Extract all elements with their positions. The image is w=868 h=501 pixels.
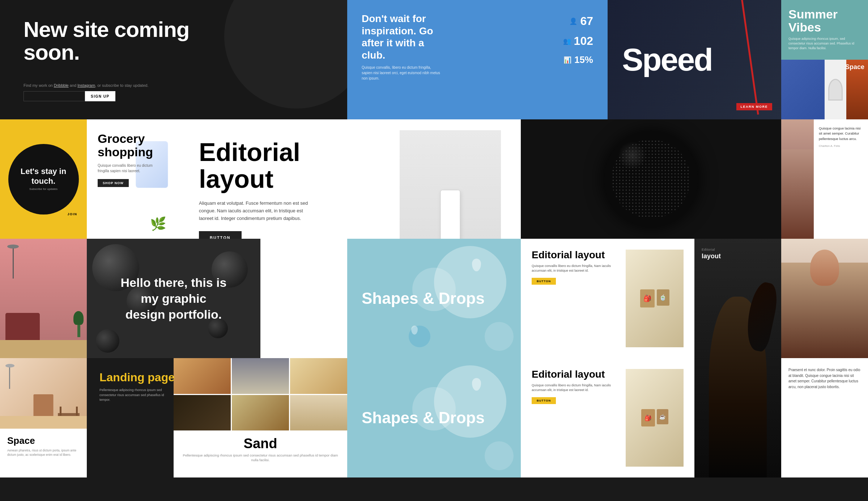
tile-right-panel-r4: Praesent et nunc dolor. Proin sagittis e… [781, 358, 868, 477]
tile-space-bottom-r4: Space Aenean pharetra, risus ut dictum p… [0, 358, 87, 477]
editorial-small-r4-heading: Editorial layout [532, 369, 620, 380]
stay-touch-heading: Let's stay in touch. [16, 167, 72, 186]
tile-editorial-small-r3: Editorial layout Quisque convallis liber… [521, 239, 694, 358]
editorial-small-body: Quisque convallis libero eu dictum fring… [532, 264, 620, 273]
right-panel-body-text: Praesent et nunc dolor. Proin sagittis e… [788, 367, 861, 390]
model-quote-area: Quisque congue lacinia nisi sit amet sem… [814, 119, 868, 239]
learn-more-button[interactable]: LEARN MORE [736, 103, 773, 110]
stay-touch-body: Subscribe for updates [29, 187, 58, 191]
model-card-label: Editorial [702, 248, 774, 251]
shapes-drops-heading: Shapes & Drops [347, 275, 499, 322]
tile-grocery: Grocery shopping Quisque convallis liber… [87, 119, 174, 239]
grocery-heading: Grocery shopping [98, 132, 163, 159]
editorial-small-r4-img: 🎒 ☕ [626, 369, 684, 467]
speed-heading: Speed [622, 41, 712, 78]
editorial-small-button[interactable]: BUTTON [532, 278, 556, 285]
tile-stay-touch: Let's stay in touch. Subscribe for updat… [0, 119, 87, 239]
dont-wait-body: Quisque convallis, libero eu dictum frin… [362, 65, 441, 81]
tile-model-dark: Editorial layout [694, 239, 781, 477]
editorial-body: Aliquam erat volutpat. Fusce fermentum n… [199, 200, 315, 222]
landing-page-heading: Landing page [99, 371, 248, 384]
model-card-heading: layout [702, 252, 774, 260]
space-bottom-heading: Space [7, 435, 80, 446]
space-arch-label: Space [845, 63, 864, 71]
tile-hello-there: Hello there, this is my graphic design p… [87, 239, 260, 358]
tile-landing-page: Landing page Pellentesque adipiscing rho… [87, 358, 260, 477]
tile-editorial-small-r4: Editorial layout Quisque convallis liber… [521, 358, 694, 477]
email-input[interactable] [24, 91, 85, 101]
editorial-small-r4-body: Quisque convallis libero eu dictum fring… [532, 383, 620, 393]
tile-space-rooms [0, 239, 87, 358]
tile-right-panel-r1: Summer Vibes Quisque adipiscing rhoncus … [781, 0, 868, 119]
summer-vibes-body: Quisque adipiscing rhoncus ipsum, sed co… [788, 37, 861, 50]
hello-there-heading: Hello there, this is my graphic design p… [119, 275, 228, 323]
speaker-grill [604, 132, 698, 226]
tile-new-site: New site coming soon. Find my work on Dr… [0, 0, 347, 119]
plant-emoji: 🌿 [150, 216, 166, 232]
pink-room-image [0, 239, 87, 358]
dribbble-link[interactable]: Dribbble [54, 83, 69, 88]
bubble-small [485, 322, 514, 351]
summer-vibes-heading: Summer Vibes [788, 8, 861, 34]
instagram-link[interactable]: Instagram [77, 83, 95, 88]
sand-photo-6 [290, 395, 347, 431]
editorial-small-content: Editorial layout Quisque convallis liber… [532, 250, 620, 347]
stat3: 15% [574, 54, 593, 65]
signup-button[interactable]: SIGN UP [85, 91, 115, 101]
tile-shapes-drops-r3: Shapes & Drops [347, 239, 521, 358]
model-photo-area [781, 119, 814, 239]
landing-page-body: Pellentesque adipiscing rhoncus ipsum se… [99, 388, 165, 403]
stat1: 67 [580, 14, 593, 28]
grocery-button[interactable]: SHOP NOW [98, 179, 129, 187]
model-photo-big [781, 239, 868, 358]
shapes-drops-r4-heading: Shapes & Drops [347, 395, 499, 441]
editorial-small-products: 🎒 🍵 [626, 250, 684, 347]
tile-speed: Speed LEARN MORE [608, 0, 781, 119]
find-text: Find my work on Dribbble and Instagram, … [24, 83, 324, 88]
stat2: 102 [574, 34, 593, 48]
space-bottom-body: Aenean pharetra, risus ut dictum porta, … [7, 449, 80, 457]
sand-photo-3 [290, 358, 347, 394]
sphere-3 [96, 329, 119, 353]
dont-wait-heading: Don't wait for inspiration. Go after it … [362, 13, 448, 61]
model-quote-author: Charlton A. Felix [819, 144, 863, 148]
new-site-heading: New site coming soon. [24, 18, 197, 64]
grocery-body: Quisque convallis libero eu dictum fring… [98, 163, 163, 174]
tile-shapes-drops-r4: Shapes & Drops [347, 358, 521, 477]
group-icon: 👥 [563, 37, 571, 45]
editorial-small-r4-button[interactable]: BUTTON [532, 397, 556, 404]
editorial-heading: Editorial layout [199, 139, 329, 192]
join-button[interactable]: JOIN [63, 211, 81, 217]
model-quote-text: Quisque congue lacinia nisi sit amet sem… [819, 126, 863, 141]
chart-icon: 📊 [563, 56, 571, 64]
tile-dont-wait: Don't wait for inspiration. Go after it … [347, 0, 608, 119]
tile-right-panel-r3 [781, 239, 868, 358]
tile-model-quote: Quisque congue lacinia nisi sit amet sem… [781, 119, 868, 239]
person-icon: 👤 [569, 17, 577, 25]
editorial-small-heading: Editorial layout [532, 250, 620, 261]
